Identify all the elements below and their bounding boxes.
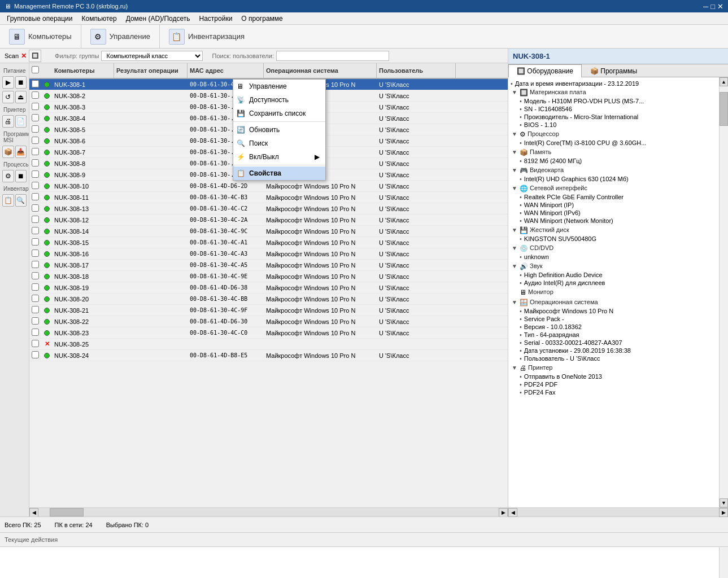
inventory-icon-btn[interactable]: 📋 (169, 29, 185, 45)
scan-cancel-button[interactable]: ✕ (21, 52, 27, 60)
power-restart-button[interactable]: ↺ (2, 91, 14, 103)
menu-grupovye[interactable]: Групповые операции (2, 14, 77, 24)
tree-toggle[interactable]: ▼ (512, 89, 520, 95)
ctx-refresh[interactable]: 🔄 Обновить (233, 123, 325, 137)
tree-item[interactable]: ▼ 🔲 Материнская плата (509, 88, 718, 97)
vscroll-down[interactable]: ▼ (720, 498, 728, 507)
table-row[interactable]: ✕ NUK-308-25 (29, 339, 508, 350)
row-checkbox[interactable] (32, 306, 39, 313)
table-row[interactable]: NUK-308-19 00-D8-61-4D-D6-38 Майкрософт … (29, 282, 508, 294)
tree-item[interactable]: ▼ 🪟 Операционная система (509, 298, 718, 307)
right-vscroll[interactable]: ▲ ▼ (719, 77, 728, 507)
row-checkbox[interactable] (32, 91, 39, 99)
right-hscroll[interactable]: ◀ ▶ (508, 507, 728, 516)
row-checkbox[interactable] (32, 80, 39, 87)
row-checkbox[interactable] (32, 170, 39, 178)
row-checkbox[interactable] (32, 137, 39, 144)
tree-item[interactable]: ▼ 📦 Память (509, 148, 718, 157)
inventory-run-button[interactable]: 📋 (2, 194, 14, 207)
ctx-dostupnost[interactable]: 📡 Доступность (233, 93, 325, 107)
row-checkbox[interactable] (32, 159, 39, 167)
hscroll-left[interactable]: ◀ (29, 508, 38, 517)
vscroll-track[interactable] (720, 86, 728, 498)
tree-item[interactable]: 🖥 Монитор (509, 288, 718, 297)
printer-button[interactable]: 🖨 (2, 115, 14, 128)
row-checkbox[interactable] (32, 125, 39, 133)
process-run-button[interactable]: ⚙ (2, 170, 14, 182)
computers-icon-btn[interactable]: 🖥 (9, 29, 25, 45)
row-checkbox[interactable] (32, 182, 39, 189)
printer-doc-button[interactable]: 📄 (15, 115, 27, 128)
row-checkbox[interactable] (32, 103, 39, 110)
tree-toggle[interactable]: ▼ (512, 299, 520, 305)
vscroll-up[interactable]: ▲ (720, 77, 728, 86)
table-row[interactable]: NUK-308-15 00-D8-61-30-4C-A1 Майкрософт … (29, 237, 508, 248)
select-all-checkbox[interactable] (32, 66, 39, 73)
table-row[interactable]: NUK-308-11 00-D8-61-30-4C-B3 Майкрософт … (29, 192, 508, 203)
maximize-button[interactable]: □ (710, 2, 715, 11)
menu-oprogramme[interactable]: О программе (237, 14, 287, 24)
table-row[interactable]: NUK-308-12 00-D8-61-30-4C-2A Майкрософт … (29, 214, 508, 226)
tab-programs[interactable]: 📦 Программы (582, 64, 646, 77)
row-checkbox[interactable] (32, 329, 39, 336)
msi-install-button[interactable]: 📦 (2, 146, 14, 158)
management-icon-btn[interactable]: ⚙ (90, 29, 106, 45)
row-checkbox[interactable] (32, 272, 39, 279)
row-checkbox[interactable] (32, 283, 39, 291)
close-button[interactable]: ✕ (717, 2, 723, 11)
tree-toggle[interactable]: ▼ (512, 227, 520, 233)
tree-item[interactable]: ▼ 🎮 Видеокарта (509, 166, 718, 175)
table-row[interactable]: NUK-308-14 00-D8-61-30-4C-9C Майкрософт … (29, 226, 508, 237)
table-row[interactable]: NUK-308-20 00-D8-61-30-4C-BB Майкрософт … (29, 294, 508, 305)
tree-toggle[interactable]: ▼ (512, 185, 520, 191)
table-row[interactable]: NUK-308-18 00-D8-61-30-4C-9E Майкрософт … (29, 271, 508, 282)
filter-group-select[interactable]: Компьютерный класс (101, 51, 203, 61)
ctx-save-list[interactable]: 💾 Сохранить список (233, 107, 325, 120)
ctx-onoff[interactable]: ⚡ Вкл/Выкл ▶ (233, 150, 325, 164)
row-checkbox[interactable] (32, 261, 39, 268)
row-checkbox[interactable] (32, 249, 39, 257)
row-checkbox[interactable] (32, 340, 39, 347)
process-stop-button[interactable]: ⏹ (15, 170, 27, 182)
tree-item[interactable]: ▼ ⚙ Процессор (509, 130, 718, 139)
tree-item[interactable]: ▼ 🔊 Звук (509, 262, 718, 271)
vscroll-thumb[interactable] (720, 92, 728, 126)
hscroll-right[interactable]: ▶ (499, 508, 508, 517)
row-checkbox[interactable] (32, 238, 39, 246)
search-input[interactable] (276, 51, 389, 61)
tree-toggle[interactable]: ▼ (512, 245, 520, 251)
row-checkbox[interactable] (32, 216, 39, 223)
tree-item[interactable]: ▼ 🌐 Сетевой интерфейс (509, 184, 718, 193)
power-off-button[interactable]: ⏹ (15, 76, 27, 89)
hscroll-track[interactable] (38, 508, 499, 516)
row-checkbox[interactable] (32, 114, 39, 121)
tree-item[interactable]: ▼ 💿 CD/DVD (509, 244, 718, 253)
row-checkbox[interactable] (32, 317, 39, 325)
log-scrollbar[interactable] (719, 547, 728, 578)
inventory-search-button[interactable]: 🔍 (15, 194, 27, 207)
menu-kompyuter[interactable]: Компьютер (77, 14, 121, 24)
row-checkbox[interactable] (32, 193, 39, 200)
table-row[interactable]: NUK-308-17 00-D8-61-30-4C-A5 Майкрософт … (29, 260, 508, 271)
tree-item[interactable]: ▼ 💾 Жесткий диск (509, 226, 718, 235)
ctx-management[interactable]: 🖥 Управление (233, 80, 325, 93)
tree-toggle[interactable]: ▼ (512, 149, 520, 155)
tree-item[interactable]: ▼ 🖨 Принтер (509, 364, 718, 373)
right-hscroll-right[interactable]: ▶ (719, 508, 728, 517)
right-hscroll-left[interactable]: ◀ (508, 508, 517, 517)
table-hscroll[interactable]: ◀ ▶ (29, 507, 508, 516)
tab-hardware[interactable]: 🔲 Оборудование (508, 64, 582, 77)
power-sleep-button[interactable]: ⏏ (15, 91, 27, 103)
tree-toggle[interactable]: ▼ (512, 131, 520, 137)
minimize-button[interactable]: ─ (703, 2, 708, 11)
tree-toggle[interactable]: ▼ (512, 263, 520, 269)
ctx-search[interactable]: 🔍 Поиск (233, 137, 325, 150)
table-row[interactable]: NUK-308-13 00-D8-61-30-4C-C2 Майкрософт … (29, 203, 508, 214)
table-row[interactable]: NUK-308-24 00-D8-61-4D-B8-E5 Майкрософт … (29, 350, 508, 361)
ctx-properties[interactable]: 📋 Свойства (233, 167, 325, 180)
msi-remove-button[interactable]: 📥 (15, 146, 27, 158)
hscroll-thumb[interactable] (50, 508, 84, 516)
right-hscroll-track[interactable] (517, 508, 719, 516)
tree-toggle[interactable]: ▼ (512, 167, 520, 173)
table-row[interactable]: NUK-308-10 00-D8-61-4D-D6-2D Майкрософт … (29, 181, 508, 192)
